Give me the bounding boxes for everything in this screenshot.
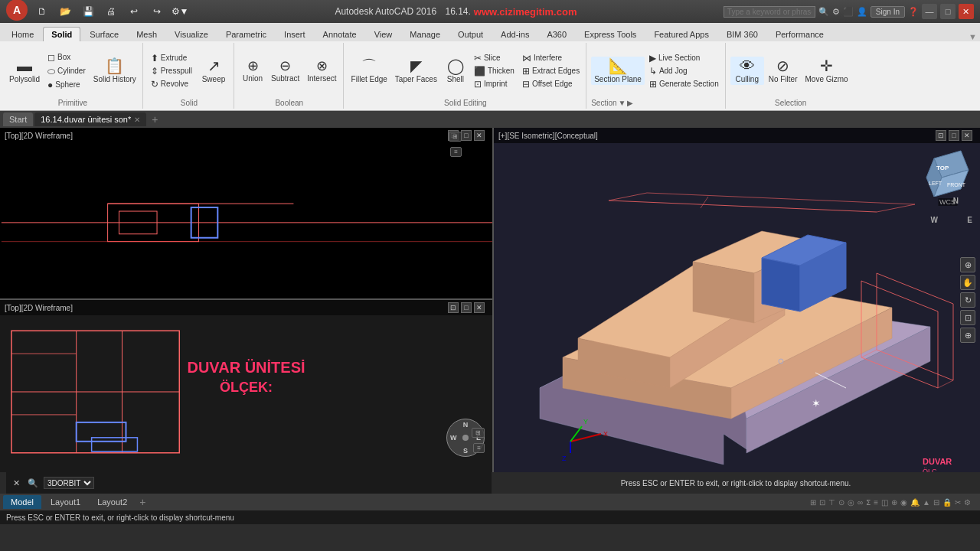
btn-extract-edges[interactable]: ⊞ Extract Edges <box>519 65 583 77</box>
cmd-search[interactable]: 🔍 <box>25 478 41 488</box>
status-otrack-icon[interactable]: ∞ <box>858 498 863 507</box>
doc-tab-close[interactable]: ✕ <box>134 116 140 124</box>
sign-in-button[interactable]: Sign In <box>871 6 905 18</box>
tab-bim360[interactable]: BIM 360 <box>718 27 766 41</box>
status-dyn-icon[interactable]: Ʃ <box>866 498 871 507</box>
btn-interfere[interactable]: ⋈ Interfere <box>519 52 583 64</box>
navcube[interactable]: TOP LEFT FRONT WCS <box>923 147 972 197</box>
vp-bottom-restore[interactable]: ⊡ <box>448 302 459 313</box>
btn-cylinder[interactable]: ⬭ Cylinder <box>44 65 89 77</box>
right-vp-max[interactable]: □ <box>949 130 959 141</box>
tab-output[interactable]: Output <box>449 27 492 41</box>
minimize-btn[interactable]: — <box>922 4 937 19</box>
status-osnap-icon[interactable]: ◎ <box>848 498 854 507</box>
status-sel-icon[interactable]: ⊕ <box>891 498 897 507</box>
tab-manage[interactable]: Manage <box>401 27 449 41</box>
qat-workspace[interactable]: ⚙▼ <box>172 5 188 18</box>
model-tab-layout2[interactable]: Layout2 <box>90 495 135 509</box>
model-tab-model[interactable]: Model <box>3 495 41 509</box>
tab-solid[interactable]: Solid <box>43 27 80 41</box>
status-ortho-icon[interactable]: ⊤ <box>828 498 835 507</box>
qat-print[interactable]: 🖨 <box>103 5 119 18</box>
tab-express[interactable]: Express Tools <box>576 27 645 41</box>
tab-performance[interactable]: Performance <box>767 27 832 41</box>
right-vp-restore[interactable]: ⊡ <box>936 130 946 141</box>
btn-sweep[interactable]: ↗ Sweep <box>197 57 230 85</box>
help-icon[interactable]: ⚙ <box>832 7 840 17</box>
doc-tab-add[interactable]: + <box>148 112 162 126</box>
btn-no-filter[interactable]: ⊘ No Filter <box>766 57 801 85</box>
status-lock-icon[interactable]: 🔒 <box>942 498 952 507</box>
tab-surface[interactable]: Surface <box>81 27 127 41</box>
vp-bottom-max[interactable]: □ <box>461 302 472 313</box>
cmd-tool-select[interactable]: 3DORBIT <box>44 477 94 489</box>
section-more-icon[interactable]: ▶ <box>627 99 633 107</box>
status-lw-icon[interactable]: ≡ <box>874 498 878 507</box>
btn-union[interactable]: ⊕ Union <box>239 57 266 84</box>
ribbon-expand[interactable]: ▼ <box>969 32 977 41</box>
btn-add-jog[interactable]: ↳ Add Jog <box>646 65 722 77</box>
tab-addins[interactable]: Add-ins <box>492 27 537 41</box>
btn-extrude[interactable]: ⬆ Extrude <box>148 52 195 64</box>
btn-move-gizmo[interactable]: ✛ Move Gizmo <box>802 57 851 85</box>
btn-thicken[interactable]: ⬛ Thicken <box>471 65 518 77</box>
tab-home[interactable]: Home <box>3 27 42 41</box>
tool-zoom[interactable]: ⊕ <box>960 257 975 272</box>
status-polar-icon[interactable]: ⊙ <box>838 498 844 507</box>
vp-bottom-grid-btn2[interactable]: ≡ <box>473 443 485 453</box>
status-tp-icon[interactable]: ◫ <box>881 498 888 507</box>
btn-polysolid[interactable]: ▬ Polysolid <box>6 57 43 85</box>
tab-featured[interactable]: Featured Apps <box>645 27 717 41</box>
btn-offset-edge[interactable]: ⊟ Offset Edge <box>519 78 583 90</box>
btn-culling[interactable]: 👁 Culling <box>730 57 764 85</box>
btn-solid-history[interactable]: 📋 Solid History <box>90 57 139 85</box>
right-vp-close[interactable]: ✕ <box>962 130 972 141</box>
search-input[interactable] <box>724 6 815 18</box>
status-grid-icon[interactable]: ⊞ <box>810 498 816 507</box>
btn-section-plane[interactable]: 📐 Section Plane <box>591 57 645 85</box>
qat-new[interactable]: 🗋 <box>34 5 51 18</box>
status-ws-icon[interactable]: ⚙ <box>964 498 971 507</box>
vp-bottom-grid-btn1[interactable]: ⊞ <box>472 428 485 438</box>
status-units-icon[interactable]: ▲ <box>923 498 930 507</box>
cmd-cancel[interactable]: ✕ <box>11 478 22 488</box>
status-3d-icon[interactable]: ◉ <box>900 498 907 507</box>
vp-top-grid-btn1[interactable]: ⊞ <box>449 132 462 142</box>
btn-taper-faces[interactable]: ◤ Taper Faces <box>392 57 440 85</box>
tool-pan[interactable]: ✋ <box>960 275 975 290</box>
btn-sphere[interactable]: ● Sphere <box>44 79 89 91</box>
btn-revolve[interactable]: ↻ Revolve <box>148 78 195 90</box>
btn-slice[interactable]: ✂ Slice <box>471 52 518 64</box>
qat-open[interactable]: 📂 <box>57 5 74 18</box>
section-expand-icon[interactable]: ▼ <box>619 99 626 107</box>
tool-extents[interactable]: ⊡ <box>960 310 975 325</box>
left-top-viewport[interactable]: [Top][2D Wireframe] ⊡ □ ✕ <box>0 128 492 300</box>
left-bottom-viewport[interactable]: [Top][2D Wireframe] ⊡ □ ✕ <box>0 300 492 472</box>
maximize-btn[interactable]: □ <box>940 4 956 19</box>
doc-tab-start[interactable]: Start <box>3 112 33 126</box>
doc-tab-drawing[interactable]: 16.14.duvar ünitesi son* ✕ <box>34 112 146 126</box>
btn-fillet-edge[interactable]: ⌒ Fillet Edge <box>348 57 390 85</box>
sign-in-icon[interactable]: 👤 <box>857 7 867 17</box>
tool-steering[interactable]: ⊕ <box>960 328 975 343</box>
btn-imprint[interactable]: ⊡ Imprint <box>471 78 518 90</box>
right-viewport[interactable]: [+][SE Isometric][Conceptual] ⊡ □ ✕ <box>494 128 980 472</box>
model-tab-layout1[interactable]: Layout1 <box>43 495 88 509</box>
tab-mesh[interactable]: Mesh <box>128 27 165 41</box>
qat-undo[interactable]: ↩ <box>126 5 142 18</box>
app-icon[interactable]: ⬛ <box>843 7 854 17</box>
btn-shell[interactable]: ◯ Shell <box>442 57 469 85</box>
tab-annotate[interactable]: Annotate <box>315 27 365 41</box>
btn-presspull[interactable]: ⇕ Presspull <box>148 65 195 77</box>
vp-bottom-close[interactable]: ✕ <box>474 302 485 313</box>
close-btn[interactable]: ✕ <box>959 4 974 19</box>
status-qp-icon[interactable]: ⊟ <box>933 498 939 507</box>
qat-save[interactable]: 💾 <box>80 5 96 18</box>
btn-live-section[interactable]: ▶ Live Section <box>646 52 722 64</box>
status-clipping-icon[interactable]: ✂ <box>955 498 961 507</box>
btn-box[interactable]: ◻ Box <box>44 51 89 64</box>
tab-view[interactable]: View <box>366 27 401 41</box>
status-snap-icon[interactable]: ⊡ <box>819 498 825 507</box>
tab-insert[interactable]: Insert <box>276 27 314 41</box>
status-ann-icon[interactable]: 🔔 <box>910 498 920 507</box>
